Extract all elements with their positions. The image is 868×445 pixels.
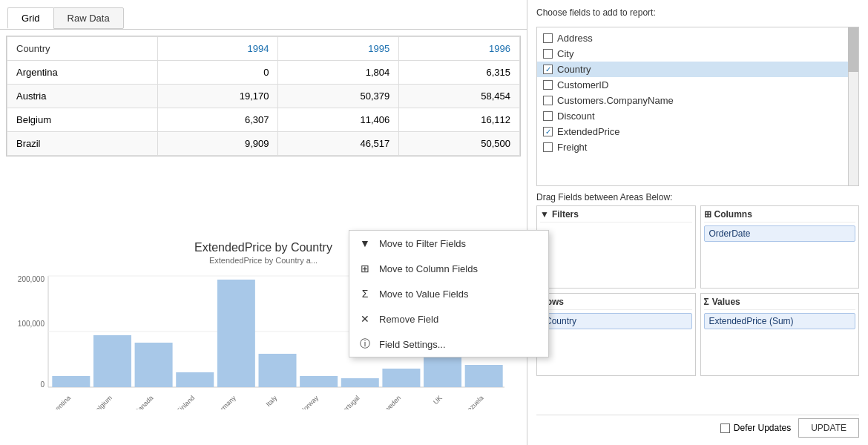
x-label-norway: Norway [298, 394, 320, 409]
field-checkbox-extendedprice[interactable]: ✓ [543, 127, 553, 136]
bar-venezuela[interactable] [465, 365, 503, 387]
x-label-germany: Germany [213, 394, 238, 409]
context-menu-label-0: Move to Filter Fields [379, 238, 466, 249]
filters-icon: ▼ [540, 209, 549, 220]
scrollbar-track[interactable] [848, 27, 858, 185]
context-menu-item-3[interactable]: ✕ Remove Field [349, 306, 548, 332]
field-item[interactable]: Discount [537, 108, 858, 124]
x-label-portugal: Portugal [338, 394, 361, 409]
defer-updates: Defer Updates [720, 423, 791, 433]
field-item[interactable]: CustomerID [537, 77, 858, 93]
bar-germany[interactable] [217, 280, 255, 387]
field-checkbox-address[interactable] [543, 33, 553, 43]
cell-country: Belgium [7, 108, 158, 132]
col-header-1996: 1996 [399, 37, 520, 61]
drag-area-title: ⊞ Columns [704, 209, 856, 222]
x-label-italy: Italy [265, 394, 279, 408]
cell-1996: 58,454 [399, 85, 520, 108]
field-checkbox-discount[interactable] [543, 111, 553, 121]
drag-chip[interactable]: Country [540, 313, 692, 329]
drag-area-rows[interactable]: Rows Country [536, 293, 696, 376]
bar-finland[interactable] [176, 372, 214, 387]
field-label: Customers.CompanyName [557, 95, 674, 106]
field-checkbox-customerid[interactable] [543, 80, 553, 90]
defer-label: Defer Updates [734, 423, 791, 433]
drag-area-title-text: Values [712, 297, 740, 307]
field-item[interactable]: ✓ Country [537, 62, 858, 77]
context-menu-icon-0: ▼ [358, 237, 372, 250]
bar-argentina[interactable] [52, 376, 90, 387]
context-menu-item-4[interactable]: ⓘ Field Settings... [349, 332, 548, 357]
field-label: ExtendedPrice [557, 126, 620, 137]
context-menu-icon-3: ✕ [358, 312, 372, 326]
cell-country: Argentina [7, 61, 158, 85]
context-menu-icon-2: Σ [358, 287, 372, 300]
context-menu-item-0[interactable]: ▼ Move to Filter Fields [349, 231, 548, 256]
tab-rawdata[interactable]: Raw Data [53, 7, 124, 29]
grid-wrapper: Country 1994 1995 1996 Argentina 0 1,804… [6, 36, 521, 156]
field-label: City [557, 48, 573, 59]
table-row: Argentina 0 1,804 6,315 [7, 61, 520, 85]
bottom-bar: Defer Updates UPDATE [536, 415, 859, 438]
cell-1995: 11,406 [278, 108, 399, 132]
context-menu-icon-4: ⓘ [358, 337, 372, 351]
table-row: Austria 19,170 50,379 58,454 [7, 85, 520, 108]
field-checkbox-customers.companyname[interactable] [543, 96, 553, 105]
field-checkbox-country[interactable]: ✓ [543, 65, 553, 74]
bar-norway[interactable] [300, 376, 338, 387]
field-item[interactable]: ✓ ExtendedPrice [537, 124, 858, 139]
x-label-belgium: Belgium [91, 394, 114, 409]
cell-country: Austria [7, 85, 158, 108]
defer-checkbox[interactable] [720, 423, 730, 433]
cell-1995: 1,804 [278, 61, 399, 85]
drag-chip[interactable]: OrderDate [704, 225, 856, 242]
drag-chip[interactable]: ExtendedPrice (Sum) [704, 313, 856, 329]
col-header-1995: 1995 [278, 37, 399, 61]
cell-1996: 16,112 [399, 108, 520, 132]
context-menu-label-2: Move to Value Fields [379, 289, 468, 300]
x-label-finland: Finland [175, 394, 196, 409]
bar-sweden[interactable] [382, 369, 420, 387]
field-item[interactable]: City [537, 46, 858, 62]
cell-1996: 6,315 [399, 61, 520, 85]
x-label-canada: Canada [133, 394, 154, 409]
drag-fields-label: Drag Fields between Areas Below: [536, 192, 859, 202]
drag-area-values[interactable]: Σ Values ExtendedPrice (Sum) [700, 293, 860, 376]
field-checkbox-freight[interactable] [543, 142, 553, 152]
field-item[interactable]: Freight [537, 139, 858, 155]
update-button[interactable]: UPDATE [798, 418, 859, 438]
bar-italy[interactable] [259, 354, 297, 387]
field-label: Address [557, 33, 593, 44]
x-label-sweden: Sweden [380, 394, 402, 409]
fields-list-container[interactable]: Address City ✓ Country CustomerID Custom… [536, 27, 859, 186]
drag-area-columns[interactable]: ⊞ Columns OrderDate [700, 205, 860, 289]
tab-grid[interactable]: Grid [7, 7, 53, 29]
context-menu-label-3: Remove Field [379, 314, 438, 325]
cell-1996: 50,500 [399, 132, 520, 156]
drag-area-filters[interactable]: ▼ Filters [536, 205, 696, 289]
tab-bar: Grid Raw Data [0, 0, 527, 30]
field-checkbox-city[interactable] [543, 49, 553, 59]
cell-1994: 0 [157, 61, 278, 85]
drag-area-title-text: Columns [714, 209, 752, 220]
field-item[interactable]: Customers.CompanyName [537, 93, 858, 108]
field-label: CustomerID [557, 79, 608, 90]
field-label: Country [557, 64, 591, 75]
left-panel: Grid Raw Data Country 1994 1995 1996 Arg… [0, 0, 527, 445]
cell-1994: 6,307 [157, 108, 278, 132]
bar-canada[interactable] [135, 343, 173, 387]
drag-fields-section: Drag Fields between Areas Below: ▼ Filte… [536, 192, 859, 409]
drag-area-title: Rows [540, 297, 692, 310]
grid-table: Country 1994 1995 1996 Argentina 0 1,804… [7, 36, 520, 156]
field-item[interactable]: Address [537, 30, 858, 46]
context-menu-item-2[interactable]: Σ Move to Value Fields [349, 281, 548, 306]
context-menu-item-1[interactable]: ⊞ Move to Column Fields [349, 256, 548, 281]
table-row: Brazil 9,909 46,517 50,500 [7, 132, 520, 156]
cell-1994: 9,909 [157, 132, 278, 156]
cell-1994: 19,170 [157, 85, 278, 108]
scrollbar-thumb[interactable] [848, 27, 858, 72]
bar-portugal[interactable] [341, 378, 379, 387]
bar-belgium[interactable] [93, 335, 131, 387]
drag-area-title-text: Filters [552, 209, 579, 220]
main-container: Grid Raw Data Country 1994 1995 1996 Arg… [0, 0, 868, 445]
